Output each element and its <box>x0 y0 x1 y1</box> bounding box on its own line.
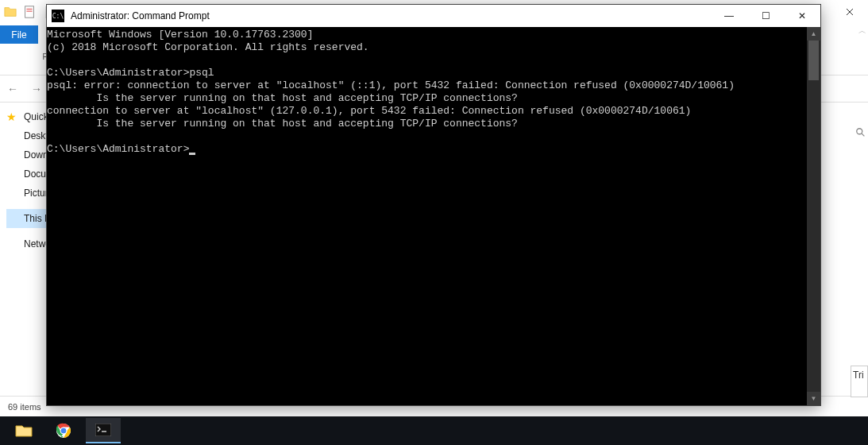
file-menu-tab[interactable]: File <box>0 25 38 44</box>
sidebar-item-label: Documents <box>24 168 46 180</box>
sidebar-item-quick-access[interactable]: ★ Quick access <box>6 107 46 126</box>
folder-icon <box>3 5 17 19</box>
item-count-label: 69 items <box>8 402 41 412</box>
sidebar-item-desktop[interactable]: Desktop <box>6 126 46 145</box>
cmd-maximize-button[interactable]: ☐ <box>747 5 784 27</box>
scroll-up-button[interactable]: ▲ <box>807 27 820 41</box>
sidebar-item-downloads[interactable]: Downloads <box>6 145 46 164</box>
close-icon <box>846 8 854 16</box>
sidebar-item-network[interactable]: Network <box>6 234 46 253</box>
downloads-icon <box>6 149 19 161</box>
taskbar-chrome[interactable] <box>46 418 81 443</box>
sidebar-item-this-pc[interactable]: This PC <box>6 209 46 228</box>
cmd-titlebar[interactable]: C:\ Administrator: Command Prompt — ☐ ✕ <box>47 5 820 27</box>
side-panel-fragment: Tri <box>851 366 868 397</box>
sidebar-item-label: Desktop <box>24 130 46 141</box>
close-button[interactable] <box>831 0 868 24</box>
folder-icon <box>15 424 33 438</box>
scroll-up-icon[interactable]: ︿ <box>858 25 866 37</box>
side-panel-text: Tri <box>853 370 864 381</box>
pictures-icon <box>6 187 19 199</box>
star-icon: ★ <box>6 110 19 123</box>
sidebar-item-label: This PC <box>24 213 46 224</box>
chrome-icon <box>56 423 71 439</box>
svg-rect-0 <box>25 6 34 17</box>
cmd-icon: C:\ <box>52 10 64 22</box>
command-prompt-window[interactable]: C:\ Administrator: Command Prompt — ☐ ✕ … <box>46 4 821 406</box>
sidebar-item-label: Pictures <box>24 188 46 199</box>
svg-point-1 <box>857 129 862 134</box>
taskbar-file-explorer[interactable] <box>6 418 41 443</box>
taskbar-command-prompt[interactable] <box>86 418 121 443</box>
terminal-icon <box>95 424 111 436</box>
scroll-down-button[interactable]: ▼ <box>807 392 820 405</box>
sidebar-item-label: Network <box>24 238 46 250</box>
cmd-window-title: Administrator: Command Prompt <box>71 10 210 21</box>
this-pc-icon <box>6 212 19 225</box>
documents-icon <box>6 168 19 180</box>
sidebar-item-pictures[interactable]: Pictures <box>6 184 46 203</box>
scroll-thumb[interactable] <box>808 41 819 80</box>
cmd-close-button[interactable]: ✕ <box>784 5 820 27</box>
taskbar <box>0 416 868 445</box>
network-icon <box>6 238 19 250</box>
svg-rect-5 <box>95 424 111 436</box>
cmd-minimize-button[interactable]: — <box>711 5 747 27</box>
sidebar-item-documents[interactable]: Documents <box>6 164 46 184</box>
search-icon[interactable] <box>855 127 866 141</box>
nav-forward-button[interactable]: → <box>29 83 44 95</box>
nav-back-button[interactable]: ← <box>5 83 21 95</box>
cmd-terminal-output[interactable]: Microsoft Windows [Version 10.0.17763.23… <box>47 27 807 405</box>
sidebar-item-label: Quick access <box>24 111 46 122</box>
sidebar-item-label: Downloads <box>24 149 46 161</box>
desktop-icon <box>6 130 19 142</box>
cmd-scrollbar[interactable]: ▲ ▼ <box>807 27 820 405</box>
explorer-sidebar: ★ Quick access Desktop Downloads Documen… <box>0 103 46 396</box>
document-icon <box>22 5 37 19</box>
